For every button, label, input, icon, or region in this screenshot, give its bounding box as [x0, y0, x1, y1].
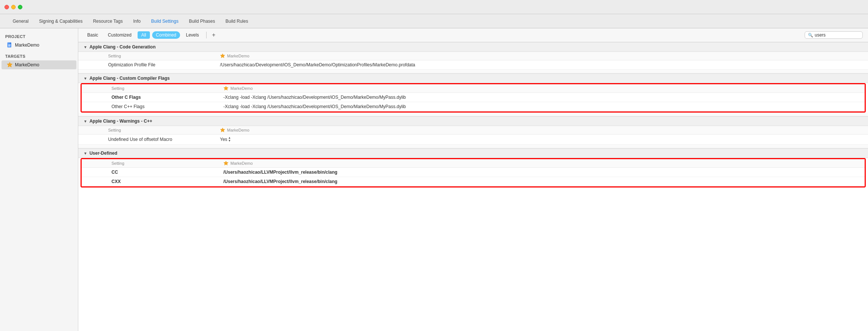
tab-build-settings[interactable]: Build Settings — [146, 16, 183, 26]
header-value: MarkeDemo — [220, 127, 868, 133]
tab-build-phases[interactable]: Build Phases — [184, 16, 220, 26]
collapse-triangle: ▼ — [84, 151, 87, 155]
setting-label: Optimization Profile File — [78, 62, 220, 67]
section-title: Apple Clang - Custom Compiler Flags — [89, 76, 170, 81]
table-row: Undefined Use of offsetof Macro Yes ▲ ▼ — [78, 135, 868, 145]
search-icon: 🔍 — [808, 33, 813, 38]
maximize-button[interactable] — [18, 5, 22, 9]
file-icon — [7, 42, 13, 48]
xcode-target-icon-small — [220, 53, 225, 59]
section-user-defined[interactable]: ▼ User-Defined — [78, 148, 868, 158]
section-apple-clang-code-gen[interactable]: ▼ Apple Clang - Code Generation — [78, 42, 868, 52]
settings-table: ▼ Apple Clang - Code Generation Setting … — [78, 42, 868, 331]
header-value: MarkeDemo — [223, 86, 865, 91]
project-item-label: MarkeDemo — [15, 42, 39, 48]
targets-section-title: TARGETS — [0, 53, 78, 60]
collapse-triangle: ▼ — [84, 76, 87, 81]
table-row: CXX /Users/haozhicao/LLVMProject/llvm_re… — [82, 177, 865, 186]
filter-all[interactable]: All — [138, 31, 150, 39]
table-row: Other C Flags -Xclang -load -Xclang /Use… — [82, 93, 865, 102]
main-area: PROJECT MarkeDemo TARGETS MarkeDemo Basi… — [0, 28, 868, 331]
section-title: Apple Clang - Code Generation — [89, 44, 155, 50]
tab-resource-tags[interactable]: Resource Tags — [88, 16, 128, 26]
close-button[interactable] — [4, 5, 9, 9]
section-title: User-Defined — [89, 151, 117, 156]
stepper-arrows[interactable]: ▲ ▼ — [228, 136, 231, 142]
table-row: Other C++ Flags -Xclang -load -Xclang /U… — [82, 102, 865, 111]
table-header-row: Setting MarkeDemo — [78, 126, 868, 135]
tab-info[interactable]: Info — [128, 16, 146, 26]
setting-label: CXX — [82, 179, 223, 184]
header-value: MarkeDemo — [223, 161, 865, 166]
tab-build-rules[interactable]: Build Rules — [220, 16, 254, 26]
target-item-label: MarkeDemo — [15, 62, 39, 67]
table-row: Optimization Profile File /Users/haozhic… — [78, 60, 868, 70]
header-setting: Setting — [78, 54, 220, 58]
target-icon — [7, 62, 13, 68]
search-box: 🔍 — [805, 31, 863, 39]
setting-value: -Xclang -load -Xclang /Users/haozhicao/D… — [223, 104, 865, 109]
setting-label: Undefined Use of offsetof Macro — [78, 137, 220, 142]
collapse-triangle: ▼ — [84, 119, 87, 123]
header-setting: Setting — [78, 128, 220, 132]
sidebar: PROJECT MarkeDemo TARGETS MarkeDemo — [0, 28, 78, 331]
section-title: Apple Clang - Warnings - C++ — [89, 119, 152, 124]
spacer — [78, 70, 868, 73]
svg-rect-1 — [10, 42, 11, 44]
sidebar-item-project[interactable]: MarkeDemo — [1, 41, 76, 50]
setting-label: CC — [82, 170, 223, 175]
setting-value: /Users/haozhicao/LLVMProject/llvm_releas… — [223, 170, 865, 175]
xcode-target-icon-small — [223, 161, 229, 166]
project-section-title: PROJECT — [0, 33, 78, 40]
svg-marker-8 — [220, 128, 225, 132]
search-input[interactable] — [815, 32, 859, 38]
header-value: MarkeDemo — [220, 53, 868, 59]
setting-label: Other C Flags — [82, 95, 223, 100]
top-tab-bar: General Signing & Capabilities Resource … — [0, 14, 868, 28]
stepper-label: Yes — [220, 137, 227, 142]
highlighted-user-defined: Setting MarkeDemo CC /Users/haozhicao/LL… — [81, 158, 866, 187]
svg-marker-9 — [224, 161, 228, 165]
window-titlebar — [0, 0, 868, 14]
setting-value: Yes ▲ ▼ — [220, 136, 868, 142]
table-row: CC /Users/haozhicao/LLVMProject/llvm_rel… — [82, 168, 865, 177]
svg-marker-5 — [7, 62, 12, 67]
filter-divider — [206, 32, 207, 38]
minimize-button[interactable] — [11, 5, 16, 9]
header-setting: Setting — [82, 161, 223, 166]
collapse-triangle: ▼ — [84, 45, 87, 49]
filter-levels[interactable]: Levels — [182, 31, 203, 39]
setting-value: -Xclang -load -Xclang /Users/haozhicao/D… — [223, 95, 865, 100]
tab-general[interactable]: General — [7, 16, 34, 26]
header-setting: Setting — [82, 86, 223, 91]
filter-customized[interactable]: Customized — [104, 31, 135, 39]
filter-combined[interactable]: Combined — [152, 31, 180, 39]
svg-marker-7 — [224, 86, 228, 90]
add-filter-button[interactable]: + — [210, 32, 217, 38]
highlighted-custom-flags: Setting MarkeDemo Other C Flags -Xclang … — [81, 83, 866, 113]
section-apple-clang-warnings[interactable]: ▼ Apple Clang - Warnings - C++ — [78, 116, 868, 126]
table-header-row: Setting MarkeDemo — [82, 84, 865, 93]
setting-label: Other C++ Flags — [82, 104, 223, 109]
spacer — [78, 145, 868, 148]
setting-value: /Users/haozhicao/Development/iOS_Demo/Ma… — [220, 62, 868, 67]
svg-marker-6 — [220, 54, 225, 58]
xcode-target-icon-small — [220, 127, 225, 133]
table-header-row: Setting MarkeDemo — [78, 52, 868, 60]
section-apple-clang-custom[interactable]: ▼ Apple Clang - Custom Compiler Flags — [78, 73, 868, 83]
content-area: Basic Customized All Combined Levels + 🔍… — [78, 28, 868, 331]
filter-basic[interactable]: Basic — [84, 31, 102, 39]
tab-signing[interactable]: Signing & Capabilities — [34, 16, 88, 26]
filter-bar: Basic Customized All Combined Levels + 🔍 — [78, 28, 868, 42]
xcode-target-icon-small — [223, 86, 229, 91]
sidebar-item-target[interactable]: MarkeDemo — [1, 60, 76, 69]
spacer — [78, 113, 868, 116]
stepper-value[interactable]: Yes ▲ ▼ — [220, 136, 231, 142]
table-header-row: Setting MarkeDemo — [82, 159, 865, 168]
setting-value: /Users/haozhicao/LLVMProject/llvm_releas… — [223, 179, 865, 184]
